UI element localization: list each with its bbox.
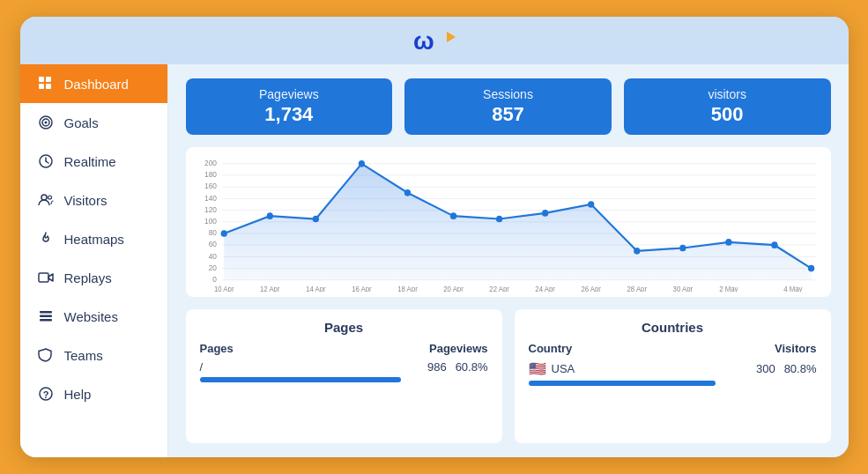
sidebar-label-visitors: Visitors — [64, 193, 108, 208]
pages-row-values: 986 60.8% — [427, 360, 488, 374]
svg-text:12 Apr: 12 Apr — [260, 285, 280, 292]
svg-text:140: 140 — [204, 193, 217, 202]
stat-value-pageviews: 1,734 — [200, 103, 379, 126]
svg-point-8 — [44, 122, 47, 124]
fire-icon — [36, 229, 56, 248]
sidebar-label-replays: Replays — [64, 270, 112, 285]
chart-dot — [266, 212, 272, 219]
sidebar-item-websites[interactable]: Websites — [20, 297, 167, 336]
countries-row-1: 🇺🇸 USA 300 80.8% — [529, 360, 817, 377]
svg-text:14 Apr: 14 Apr — [306, 285, 326, 292]
clock-icon — [36, 152, 56, 171]
svg-rect-16 — [40, 315, 52, 318]
svg-point-13 — [48, 196, 51, 199]
sidebar-label-heatmaps: Heatmaps — [64, 232, 124, 247]
chart-dot — [542, 210, 548, 217]
chart-dot — [404, 189, 410, 196]
svg-text:28 Apr: 28 Apr — [627, 285, 647, 292]
bottom-panels: Pages Pages Pageviews / 986 60.8% — [186, 309, 831, 443]
svg-rect-5 — [46, 84, 51, 89]
sidebar-item-realtime[interactable]: Realtime — [20, 142, 167, 181]
video-icon — [36, 268, 56, 287]
target-icon — [36, 113, 56, 132]
svg-text:4 May: 4 May — [783, 285, 802, 292]
svg-text:60: 60 — [208, 240, 216, 248]
stat-label-visitors: visitors — [638, 87, 817, 101]
logo-icon: ω — [413, 26, 456, 55]
page-pct: 60.8% — [456, 360, 488, 374]
line-chart: 200 180 160 140 120 100 80 60 40 20 0 — [197, 156, 820, 292]
svg-text:22 Apr: 22 Apr — [489, 285, 509, 292]
sidebar-item-help[interactable]: ? Help — [20, 374, 167, 413]
svg-rect-15 — [40, 311, 52, 314]
countries-panel-header: Country Visitors — [529, 342, 817, 355]
sidebar-label-realtime: Realtime — [64, 154, 116, 169]
svg-text:40: 40 — [208, 251, 216, 260]
top-bar: ω — [20, 17, 849, 64]
stat-value-sessions: 857 — [419, 103, 597, 126]
svg-text:18 Apr: 18 Apr — [397, 285, 418, 292]
svg-text:0: 0 — [212, 275, 217, 284]
svg-text:20: 20 — [208, 263, 216, 272]
svg-text:?: ? — [42, 389, 48, 400]
sidebar-item-visitors[interactable]: Visitors — [20, 181, 167, 219]
svg-line-11 — [46, 161, 48, 163]
logo: ω — [413, 26, 456, 55]
svg-text:180: 180 — [204, 170, 217, 179]
country-name-cell: 🇺🇸 USA — [529, 360, 575, 377]
sidebar-label-goals: Goals — [64, 115, 99, 130]
countries-progress-bar — [529, 381, 716, 386]
countries-col-header-country: Country — [529, 342, 573, 355]
stat-label-pageviews: Pageviews — [200, 87, 379, 101]
svg-point-12 — [41, 195, 47, 200]
pages-col-header-views: Pageviews — [429, 342, 488, 355]
stat-label-sessions: Sessions — [419, 87, 597, 101]
svg-rect-3 — [46, 77, 51, 82]
svg-text:16 Apr: 16 Apr — [352, 285, 372, 292]
chart-dot — [495, 216, 501, 223]
list-icon — [36, 307, 56, 326]
svg-text:24 Apr: 24 Apr — [535, 285, 555, 292]
stat-card-visitors: visitors 500 — [624, 78, 831, 135]
sidebar-item-heatmaps[interactable]: Heatmaps — [20, 219, 167, 258]
pages-panel-header: Pages Pageviews — [200, 342, 488, 355]
stat-card-pageviews: Pageviews 1,734 — [186, 78, 393, 135]
question-icon: ? — [36, 384, 56, 404]
svg-text:200: 200 — [204, 159, 217, 167]
country-visitors: 300 — [756, 362, 775, 375]
chart-dot — [771, 241, 777, 248]
country-pct: 80.8% — [784, 362, 817, 375]
chart-dot — [358, 160, 364, 167]
svg-text:100: 100 — [204, 217, 217, 226]
svg-text:2 May: 2 May — [719, 285, 738, 292]
sidebar-item-teams[interactable]: Teams — [20, 336, 167, 374]
chart-dot — [634, 248, 640, 255]
users-icon — [36, 190, 56, 210]
svg-rect-2 — [39, 77, 44, 82]
grid-icon — [36, 74, 56, 93]
sidebar-item-replays[interactable]: Replays — [20, 258, 167, 297]
chart-dot — [725, 239, 731, 246]
country-row-values: 300 80.8% — [756, 362, 817, 375]
svg-rect-14 — [39, 273, 48, 282]
svg-text:80: 80 — [208, 228, 216, 237]
svg-text:ω: ω — [413, 27, 434, 55]
main-area: Dashboard Goals Realtime V — [20, 64, 849, 457]
sidebar-item-goals[interactable]: Goals — [20, 103, 167, 142]
sidebar-label-teams: Teams — [64, 348, 103, 363]
sidebar: Dashboard Goals Realtime V — [20, 64, 168, 457]
svg-marker-1 — [447, 32, 456, 42]
stat-card-sessions: Sessions 857 — [404, 78, 612, 135]
page-path: / — [200, 360, 204, 374]
pages-panel-title: Pages — [200, 320, 488, 335]
stat-value-visitors: 500 — [638, 103, 817, 126]
svg-rect-17 — [40, 319, 52, 322]
chart-area: 200 180 160 140 120 100 80 60 40 20 0 — [186, 147, 831, 297]
chart-dot — [220, 230, 226, 237]
sidebar-item-dashboard[interactable]: Dashboard — [20, 64, 167, 103]
svg-text:20 Apr: 20 Apr — [443, 285, 464, 292]
svg-rect-4 — [39, 84, 44, 89]
stat-cards: Pageviews 1,734 Sessions 857 visitors 50… — [186, 78, 831, 135]
pages-col-header-page: Pages — [200, 342, 234, 355]
countries-panel: Countries Country Visitors 🇺🇸 USA 300 80… — [515, 309, 831, 443]
